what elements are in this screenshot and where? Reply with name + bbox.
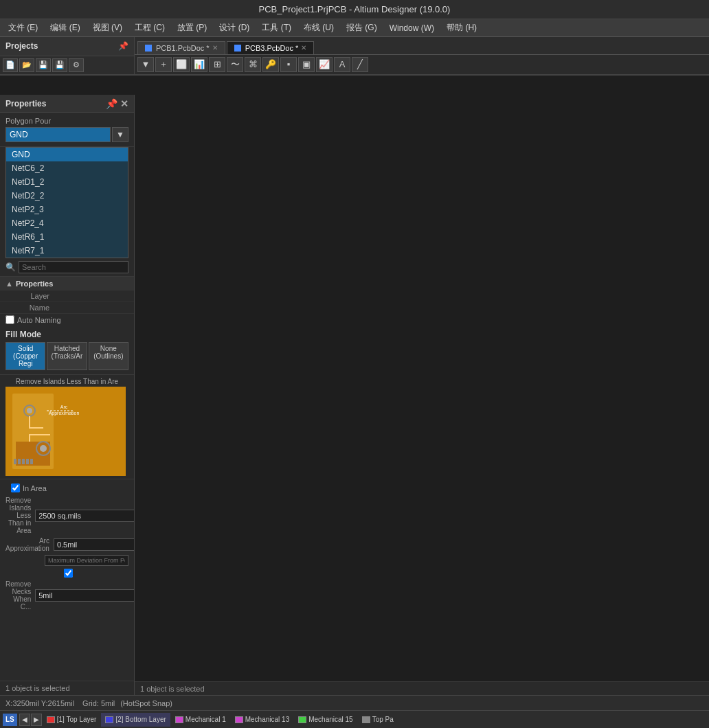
remove-necks-row: Remove NecksWhen C... ▼ [5, 580, 128, 611]
toolbar-plus-btn[interactable]: + [155, 57, 172, 72]
layer-tab-top[interactable]: [1] Top Layer [43, 713, 101, 727]
proj-save-all-btn[interactable]: 💾 [52, 58, 67, 72]
arc-checkbox-row [5, 569, 128, 578]
menu-window[interactable]: Window (W) [384, 22, 440, 34]
properties-panel: Properties 📌 ✕ Polygon Pour GND ▼ GND Ne… [0, 95, 135, 695]
arc-approx-row: ArcApproximation [5, 537, 128, 552]
toppa-color [362, 716, 370, 723]
menu-design[interactable]: 设计 (D) [214, 21, 255, 35]
layer-tab-mech13[interactable]: Mechanical 13 [231, 713, 293, 727]
remove-islands-input[interactable] [35, 510, 134, 522]
fill-btn-solid[interactable]: Solid (Copper Regi [5, 342, 45, 370]
snap-display: (HotSpot Snap) [117, 699, 175, 707]
option-netc62[interactable]: NetC6_2 [6, 161, 128, 175]
preview-svg: Arc Approximation [5, 387, 126, 476]
projects-toolbar: 📄 📂 💾 💾 ⚙ [0, 56, 134, 76]
tab-pcb3-close[interactable]: ✕ [301, 44, 306, 52]
search-icon: 🔍 [5, 262, 16, 272]
fill-btn-hatched[interactable]: Hatched (Tracks/Ar [47, 342, 87, 370]
toolbar-layer-btn[interactable]: ▪ [280, 57, 297, 72]
tab-bar: PCB1.PcbDoc * ✕ PCB3.PcbDoc * ✕ [135, 37, 709, 55]
layer-nav-right[interactable]: ▶ [31, 714, 42, 726]
option-netd22[interactable]: NetD2_2 [6, 189, 128, 203]
svg-text:Arc: Arc [60, 405, 68, 409]
net-selector[interactable]: GND [5, 127, 111, 142]
toolbar-rect-btn[interactable]: ▣ [298, 57, 315, 72]
props-header: Properties 📌 ✕ [0, 95, 134, 113]
toolbar-key-btn[interactable]: 🔑 [262, 57, 279, 72]
tab-pcb3[interactable]: PCB3.PcbDoc * ✕ [227, 41, 315, 54]
toolbar: ▼ + ⬜ 📊 ⊞ 〜 ⌘ 🔑 ▪ ▣ 📈 A ╱ [135, 55, 709, 75]
props-close-btn[interactable]: ✕ [120, 98, 128, 109]
mech13-color [235, 716, 243, 723]
toolbar-select-btn[interactable]: ⬜ [173, 57, 190, 72]
layer-tab-toppa[interactable]: Top Pa [358, 713, 398, 727]
toolbar-filter-btn[interactable]: ▼ [137, 57, 154, 72]
in-area-label: In Area [23, 484, 47, 492]
fill-mode-label: Fill Mode [5, 330, 128, 339]
coords-display: X:3250mil Y:2615mil [0, 699, 80, 707]
menu-edit[interactable]: 编辑 (E) [45, 21, 85, 35]
layer-label: Layer [5, 292, 54, 300]
polygon-pour-label: Polygon Pour [5, 117, 128, 125]
layer-tab-mech1[interactable]: Mechanical 1 [171, 713, 230, 727]
option-netp23[interactable]: NetP2_3 [6, 203, 128, 216]
properties-section-header[interactable]: ▲ Properties [0, 277, 134, 291]
toolbar-route-btn[interactable]: 〜 [227, 57, 243, 72]
layer-tab-mech15[interactable]: Mechanical 15 [294, 713, 357, 727]
remove-islands-row: Remove IslandsLess Than in Area [5, 497, 128, 534]
svg-rect-9 [22, 459, 25, 464]
svg-rect-11 [30, 459, 33, 464]
toolbar-chart-btn[interactable]: 📊 [191, 57, 207, 72]
remove-necks-input[interactable] [35, 589, 134, 602]
svg-text:Approximation: Approximation [49, 411, 80, 416]
toolbar-spiral-btn[interactable]: ⌘ [245, 57, 261, 72]
proj-new-btn[interactable]: 📄 [3, 58, 18, 72]
menu-report[interactable]: 报告 (G) [341, 21, 383, 35]
option-netr71[interactable]: NetR7_1 [6, 244, 128, 258]
layer-row: Layer [0, 291, 134, 302]
in-area-checkbox[interactable] [11, 484, 20, 492]
option-netd12[interactable]: NetD1_2 [6, 175, 128, 189]
tab-pcb1-close[interactable]: ✕ [212, 44, 218, 52]
arc-approx-label: ArcApproximation [5, 537, 54, 552]
toolbar-line-btn[interactable]: ╱ [352, 57, 368, 72]
option-netr61[interactable]: NetR6_1 [6, 230, 128, 244]
arc-input[interactable] [54, 538, 134, 551]
layer-tabs: LS ◀ ▶ [1] Top Layer [2] Bottom Layer Me… [0, 710, 709, 728]
search-box: 🔍 [0, 258, 134, 277]
proj-save-btn[interactable]: 💾 [36, 58, 51, 72]
option-netp24[interactable]: NetP2_4 [6, 216, 128, 230]
proj-settings-btn[interactable]: ⚙ [69, 58, 84, 72]
projects-pin-icon[interactable]: 📌 [118, 41, 128, 51]
props-pin-btn[interactable]: 📌 [106, 98, 117, 109]
option-gnd[interactable]: GND [6, 148, 128, 161]
menu-file[interactable]: 文件 (E) [3, 21, 43, 35]
svg-rect-7 [14, 459, 16, 464]
search-input[interactable] [19, 261, 128, 273]
fill-mode-section: Fill Mode Solid (Copper Regi Hatched (Tr… [0, 326, 134, 375]
menu-help[interactable]: 帮助 (H) [441, 21, 482, 35]
menu-route[interactable]: 布线 (U) [298, 21, 339, 35]
layer-nav-left[interactable]: ◀ [19, 714, 30, 726]
toolbar-graph-btn[interactable]: 📈 [316, 57, 333, 72]
dropdown-list[interactable]: GND NetC6_2 NetD1_2 NetD2_2 NetP2_3 NetP… [5, 147, 128, 258]
arc-deviation-input[interactable] [45, 555, 128, 566]
selected-count: 1 object is selected [0, 681, 134, 695]
tab-pcb1[interactable]: PCB1.PcbDoc * ✕ [137, 41, 225, 54]
menu-view[interactable]: 视图 (V) [87, 21, 128, 35]
fill-btn-none[interactable]: None (Outlines) [89, 342, 128, 370]
ls-indicator: LS [3, 714, 17, 726]
menu-tools[interactable]: 工具 (T) [256, 21, 297, 35]
props-content: Polygon Pour GND ▼ GND NetC6_2 NetD1_2 N… [0, 113, 134, 681]
menu-bar: 文件 (E) 编辑 (E) 视图 (V) 工程 (C) 放置 (P) 设计 (D… [0, 19, 709, 37]
arc-checkbox[interactable] [64, 569, 73, 578]
proj-open-btn[interactable]: 📂 [19, 58, 34, 72]
dropdown-arrow-btn[interactable]: ▼ [112, 127, 128, 142]
auto-naming-checkbox[interactable] [5, 315, 14, 324]
menu-place[interactable]: 放置 (P) [172, 21, 212, 35]
toolbar-grid-btn[interactable]: ⊞ [209, 57, 225, 72]
toolbar-text-btn[interactable]: A [334, 57, 350, 72]
menu-project[interactable]: 工程 (C) [129, 21, 170, 35]
layer-tab-bottom[interactable]: [2] Bottom Layer [101, 713, 170, 727]
